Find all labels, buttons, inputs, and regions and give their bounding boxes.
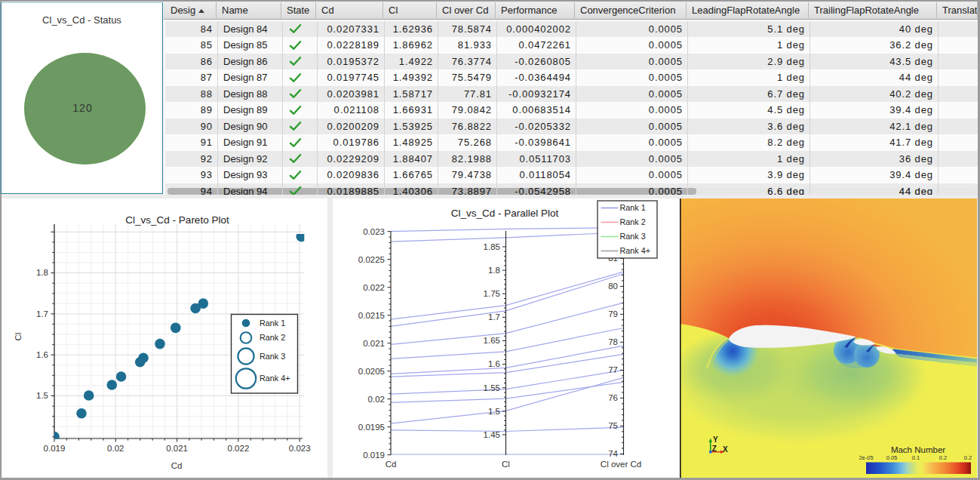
svg-text:Rank 1: Rank 1 — [620, 203, 646, 212]
svg-text:0.05: 0.05 — [886, 454, 898, 461]
svg-text:74: 74 — [608, 449, 618, 458]
svg-text:0.02: 0.02 — [107, 444, 124, 453]
svg-text:Rank 1: Rank 1 — [260, 318, 285, 328]
svg-text:0.2: 0.2 — [939, 454, 947, 461]
svg-text:Rank 3: Rank 3 — [620, 232, 646, 241]
svg-text:1.45: 1.45 — [484, 430, 500, 439]
svg-text:1.7: 1.7 — [36, 309, 48, 318]
svg-text:Cl_vs_Cd - Pareto Plot: Cl_vs_Cd - Pareto Plot — [125, 214, 229, 226]
svg-text:Rank 2: Rank 2 — [260, 333, 285, 342]
svg-text:1.6: 1.6 — [36, 350, 48, 359]
svg-text:77: 77 — [608, 365, 618, 374]
svg-text:1.65: 1.65 — [484, 336, 500, 345]
svg-text:0.023: 0.023 — [363, 227, 385, 236]
svg-text:0.021: 0.021 — [363, 339, 385, 348]
svg-text:Rank 2: Rank 2 — [620, 217, 646, 226]
svg-text:1.6: 1.6 — [488, 359, 500, 368]
svg-text:0.0195: 0.0195 — [358, 423, 385, 432]
svg-text:Cl: Cl — [14, 333, 23, 341]
svg-text:0.019: 0.019 — [363, 451, 385, 460]
svg-text:Cd: Cd — [386, 460, 397, 469]
svg-text:0.2: 0.2 — [964, 454, 972, 461]
svg-text:0.02: 0.02 — [368, 395, 385, 404]
svg-text:78: 78 — [608, 337, 618, 346]
svg-text:1.55: 1.55 — [484, 383, 500, 392]
svg-text:75: 75 — [608, 421, 618, 430]
svg-text:Cd: Cd — [171, 461, 183, 470]
svg-text:1.5: 1.5 — [488, 407, 500, 416]
svg-text:0.0205: 0.0205 — [358, 367, 385, 376]
svg-text:1.8: 1.8 — [488, 266, 500, 275]
svg-text:Cl: Cl — [502, 460, 510, 469]
svg-text:X: X — [723, 445, 728, 454]
svg-text:80: 80 — [608, 282, 618, 291]
svg-text:2e-05: 2e-05 — [859, 454, 873, 461]
svg-text:1.7: 1.7 — [488, 312, 500, 322]
svg-text:Rank 4+: Rank 4+ — [620, 246, 651, 255]
svg-text:Z: Z — [712, 445, 717, 453]
svg-text:Rank 4+: Rank 4+ — [260, 374, 290, 383]
svg-text:Mach Number: Mach Number — [891, 445, 945, 454]
svg-text:76: 76 — [608, 393, 618, 402]
svg-text:1.75: 1.75 — [484, 289, 500, 298]
svg-text:Y: Y — [713, 435, 718, 444]
svg-text:0.022: 0.022 — [228, 444, 250, 453]
svg-text:0.0225: 0.0225 — [358, 255, 385, 264]
svg-text:Rank 3: Rank 3 — [260, 352, 285, 361]
svg-text:0.0215: 0.0215 — [358, 311, 385, 320]
svg-text:0.1: 0.1 — [912, 454, 920, 461]
svg-text:79: 79 — [608, 309, 618, 318]
svg-text:0.019: 0.019 — [44, 444, 66, 453]
svg-text:0.022: 0.022 — [363, 283, 385, 292]
svg-text:1.8: 1.8 — [36, 268, 48, 277]
svg-text:1.5: 1.5 — [36, 391, 48, 400]
svg-text:0.023: 0.023 — [289, 444, 311, 453]
svg-text:Cl over Cd: Cl over Cd — [601, 460, 641, 469]
svg-text:1.85: 1.85 — [484, 242, 500, 251]
svg-text:0.021: 0.021 — [166, 444, 188, 453]
svg-text:Cl_vs_Cd - Parallel Plot: Cl_vs_Cd - Parallel Plot — [451, 208, 559, 219]
